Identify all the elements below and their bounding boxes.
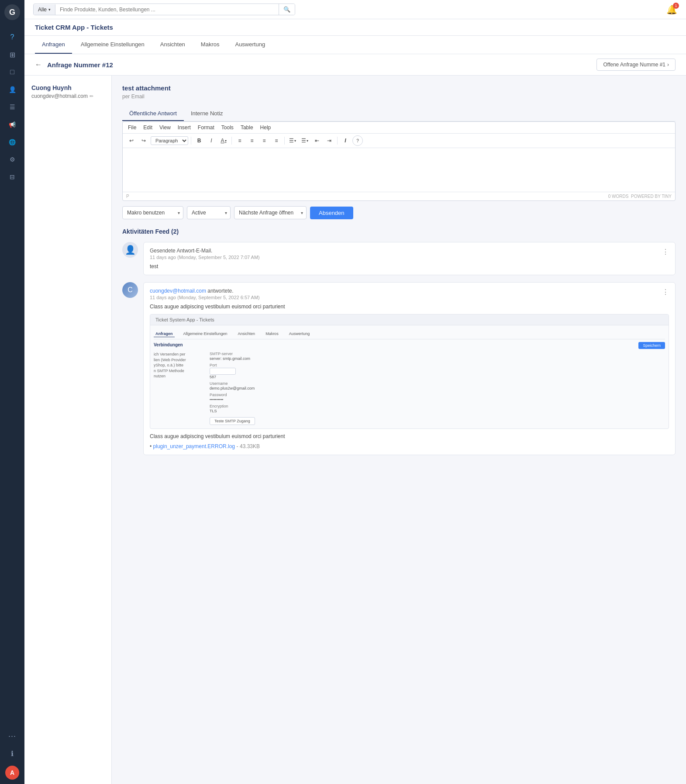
macro-select[interactable]: Makro benutzen <box>122 206 183 219</box>
align-right-button[interactable]: ≡ <box>259 135 269 146</box>
feed-card-header-2: cuongdev@hotmail.com antwortete. 11 days… <box>150 288 669 300</box>
sidebar-icon-more[interactable]: ··· <box>5 729 19 743</box>
mini-tab-ansichten[interactable]: Ansichten <box>236 331 257 337</box>
redo-button[interactable]: ↪ <box>138 135 149 146</box>
tab-allgemeine-einstellungen[interactable]: Allgemeine Einstellungen <box>74 36 152 54</box>
tab-interne-notiz[interactable]: Interne Notiz <box>184 107 230 121</box>
feed-card-header-1: Gesendete Antwort-E-Mail. 11 days ago (M… <box>150 248 669 260</box>
sidebar-icon-megaphone[interactable]: 📢 <box>5 117 19 131</box>
help-btn[interactable]: ? <box>352 135 363 146</box>
mini-tab-einstellungen[interactable]: Allgemeine Einstellungen <box>182 331 229 337</box>
open-anfrage-button[interactable]: Offene Anfrage Numme #1 › <box>596 59 676 71</box>
editor-footer: P 0 WORDS POWERED BY TINY <box>123 192 675 200</box>
tab-makros[interactable]: Makros <box>194 36 227 54</box>
feed-card-1: Gesendete Antwort-E-Mail. 11 days ago (M… <box>143 242 676 275</box>
sidebar-icon-info[interactable]: ℹ <box>5 746 19 760</box>
page-header: Ticket CRM App - Tickets <box>24 19 686 36</box>
chevron-down-icon: ▾ <box>48 7 51 12</box>
back-button[interactable]: ← <box>35 61 42 69</box>
encryption-label: Encryption <box>210 404 665 408</box>
feed-email-link[interactable]: cuongdev@hotmail.com <box>150 288 206 294</box>
feed-body-before: Class augue adipiscing vestibulum euismo… <box>150 304 669 310</box>
sidebar-icon-dashboard[interactable]: ⊟ <box>5 170 19 184</box>
numbered-list-button[interactable]: ☰▾ <box>300 135 310 146</box>
feed-card-2: cuongdev@hotmail.com antwortete. 11 days… <box>143 282 676 455</box>
align-center-button[interactable]: ≡ <box>247 135 257 146</box>
menu-file[interactable]: File <box>128 124 136 131</box>
menu-format[interactable]: Format <box>198 124 214 131</box>
feed-more-button-2[interactable]: ⋮ <box>662 288 669 296</box>
action-bar: Makro benutzen Active Nächste Anfrage öf… <box>122 206 676 219</box>
sidebar-icon-inbox[interactable]: □ <box>5 65 19 79</box>
next-anfrage-select[interactable]: Nächste Anfrage öffnen <box>234 206 307 219</box>
password-value: •••••••••• <box>210 397 665 402</box>
search-type-dropdown[interactable]: Alle ▾ <box>34 4 55 15</box>
tab-auswertung[interactable]: Auswertung <box>228 36 272 54</box>
search-input[interactable] <box>55 4 279 15</box>
ticket-via: per Email <box>122 93 676 100</box>
bold-button[interactable]: B <box>194 135 204 146</box>
sidebar-icon-question[interactable]: ? <box>5 30 19 44</box>
edit-email-icon[interactable]: ✏ <box>90 93 93 99</box>
menu-table[interactable]: Table <box>241 124 253 131</box>
sidebar-icon-grid[interactable]: ⊞ <box>5 48 19 62</box>
menu-view[interactable]: View <box>159 124 171 131</box>
password-label: Password <box>210 393 665 397</box>
sidebar-icon-globe[interactable]: 🌐 <box>5 135 19 149</box>
mini-tab-makros[interactable]: Makros <box>264 331 280 337</box>
smtp-server-value: server: smtp.gmail.com <box>210 356 665 361</box>
menu-edit[interactable]: Edit <box>143 124 152 131</box>
mini-tab-auswertung[interactable]: Auswertung <box>287 331 312 337</box>
status-select[interactable]: Active <box>187 206 231 219</box>
feed-item-2: C cuongdev@hotmail.com antwortete. 11 da… <box>122 282 676 455</box>
indent-decrease-button[interactable]: ⇤ <box>312 135 322 146</box>
feed-time-2: 11 days ago (Monday, September 5, 2022 6… <box>150 295 260 300</box>
notification-icon[interactable]: 🔔 1 <box>666 4 677 15</box>
paragraph-select[interactable]: Paragraph <box>151 136 188 145</box>
feed-action-1: Gesendete Antwort-E-Mail. <box>150 248 260 254</box>
encryption-value: TLS <box>210 409 665 413</box>
logo[interactable]: G <box>4 4 20 21</box>
feed-item-1: 👤 Gesendete Antwort-E-Mail. 11 days ago … <box>122 242 676 275</box>
tab-ansichten[interactable]: Ansichten <box>153 36 192 54</box>
align-left-button[interactable]: ≡ <box>234 135 245 146</box>
feed-body-1: test <box>150 263 669 269</box>
italic-btn2[interactable]: I <box>340 135 351 146</box>
sidebar-icon-list[interactable]: ☰ <box>5 100 19 114</box>
editor-area[interactable] <box>123 148 675 192</box>
test-smtp-button[interactable]: Teste SMTP Zugang <box>210 417 255 425</box>
user-avatar[interactable]: A <box>5 766 19 780</box>
sidebar: G ? ⊞ □ 👤 ☰ 📢 🌐 ⚙ ⊟ ··· ℹ A <box>0 0 24 784</box>
word-count: 0 WORDS POWERED BY TINY <box>608 194 672 199</box>
feed-avatar-2: C <box>122 282 138 298</box>
port-input[interactable] <box>210 368 236 375</box>
feed-avatar-1: 👤 <box>122 242 138 258</box>
feed-more-button-1[interactable]: ⋮ <box>662 248 669 256</box>
submit-button[interactable]: Absenden <box>310 207 353 219</box>
align-justify-button[interactable]: ≡ <box>271 135 282 146</box>
search-type-label: Alle <box>38 7 47 13</box>
menu-tools[interactable]: Tools <box>221 124 234 131</box>
page-title: Ticket CRM App - Tickets <box>35 24 113 31</box>
editor-menubar: File Edit View Insert Format Tools Table… <box>123 122 675 134</box>
underline-button[interactable]: A▾ <box>218 135 229 146</box>
anfrage-nav-left: ← Anfrage Nummer #12 <box>35 61 113 69</box>
undo-button[interactable]: ↩ <box>126 135 137 146</box>
bullet-list-button[interactable]: ☰▾ <box>287 135 298 146</box>
status-select-wrapper: Active <box>187 206 231 219</box>
menu-insert[interactable]: Insert <box>178 124 191 131</box>
mini-tab-anfragen[interactable]: Anfragen <box>154 331 175 337</box>
mini-save-button[interactable]: Speichern <box>638 342 665 349</box>
attachment-link[interactable]: plugin_unzer_payment.ERROR.log <box>153 443 235 449</box>
italic-button[interactable]: I <box>206 135 217 146</box>
sidebar-icon-settings[interactable]: ⚙ <box>5 152 19 166</box>
macro-select-wrapper: Makro benutzen <box>122 206 183 219</box>
search-button[interactable]: 🔍 <box>279 4 295 15</box>
right-panel: test attachment per Email Öffentliche An… <box>112 76 686 784</box>
tab-anfragen[interactable]: Anfragen <box>35 36 72 54</box>
sidebar-icon-user[interactable]: 👤 <box>5 83 19 97</box>
editor-toolbar: ↩ ↪ Paragraph B I A▾ ≡ ≡ ≡ ≡ <box>123 134 675 148</box>
indent-increase-button[interactable]: ⇥ <box>324 135 334 146</box>
menu-help[interactable]: Help <box>260 124 271 131</box>
tab-offentliche-antwort[interactable]: Öffentliche Antwort <box>122 107 184 121</box>
